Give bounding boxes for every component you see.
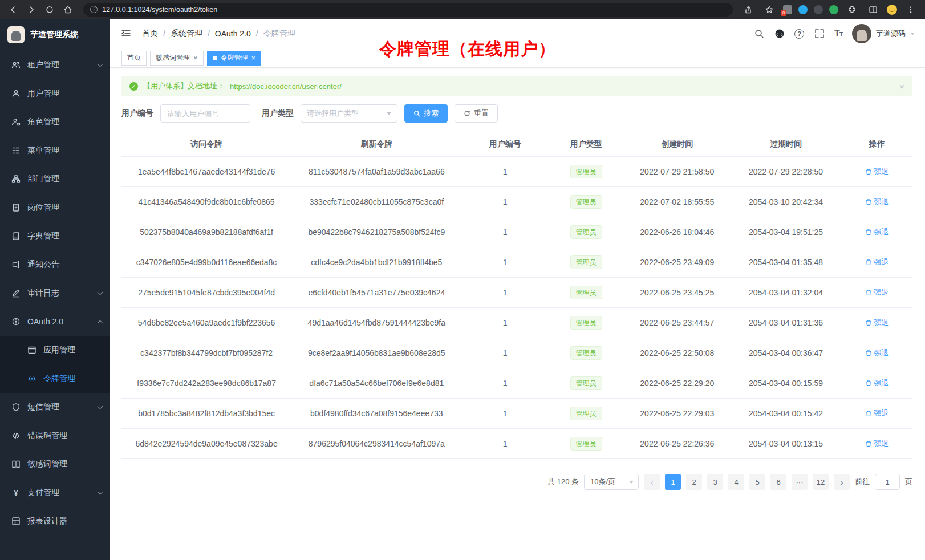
user-id-cell: 1	[461, 338, 549, 368]
sidebar-item-oauth[interactable]: OAuth 2.0	[0, 307, 110, 336]
sidebar-toggle-icon[interactable]	[120, 27, 133, 40]
chevron-down-icon	[387, 112, 391, 115]
page-button-1[interactable]: 1	[665, 474, 681, 490]
force-logout-label: 强退	[874, 318, 889, 328]
sidebar-item-notice[interactable]: 通知公告	[0, 250, 110, 279]
force-logout-label: 强退	[874, 287, 889, 298]
doc-link[interactable]: https://doc.iocoder.cn/user-center/	[230, 82, 342, 91]
close-icon[interactable]: ×	[899, 82, 904, 91]
reload-icon[interactable]	[42, 2, 57, 17]
tab-home[interactable]: 首页	[121, 51, 147, 66]
github-icon[interactable]	[774, 29, 785, 39]
page-ellipsis[interactable]: ···	[792, 474, 808, 490]
site-info-icon[interactable]: i	[90, 6, 98, 13]
browser-profile-avatar[interactable]	[887, 5, 897, 15]
tab-token[interactable]: 令牌管理 ×	[207, 51, 262, 66]
reset-button[interactable]: 重置	[455, 104, 498, 123]
app-logo[interactable]: 芋道管理系统	[0, 19, 110, 51]
sidebar-item-menu[interactable]: 菜单管理	[0, 136, 110, 165]
trash-icon	[865, 289, 872, 296]
tenant-icon	[11, 60, 21, 70]
page-content: ✓ 【用户体系】文档地址： https://doc.iocoder.cn/use…	[110, 68, 925, 560]
force-logout-button[interactable]: 强退	[865, 197, 889, 207]
prev-page-button[interactable]: ‹	[644, 474, 660, 490]
trash-icon	[865, 350, 872, 356]
sidebar-item-dict[interactable]: 字典管理	[0, 222, 110, 250]
page-size-select[interactable]: 10条/页	[584, 474, 639, 490]
breadcrumb-item[interactable]: 系统管理	[171, 29, 202, 39]
extension-icon-green[interactable]	[829, 5, 838, 14]
sidebar-item-tenant[interactable]: 租户管理	[0, 51, 110, 79]
force-logout-button[interactable]: 强退	[865, 227, 889, 237]
force-logout-button[interactable]: 强退	[865, 287, 889, 298]
sidebar-item-sms[interactable]: 短信管理	[0, 393, 110, 421]
page-button-4[interactable]: 4	[728, 474, 744, 490]
sidebar-item-dept[interactable]: 部门管理	[0, 165, 110, 193]
extension-icon-blue[interactable]	[798, 5, 808, 14]
page-button-3[interactable]: 3	[707, 474, 723, 490]
force-logout-button[interactable]: 强退	[865, 318, 889, 328]
user-menu[interactable]: 芋道源码	[852, 24, 915, 43]
page-button-6[interactable]: 6	[770, 474, 786, 490]
sidebar-item-pay[interactable]: ¥ 支付管理	[0, 478, 110, 507]
help-icon[interactable]: ?	[794, 29, 804, 39]
sidebar-item-role[interactable]: 角色管理	[0, 108, 110, 136]
close-icon[interactable]: ×	[193, 54, 198, 62]
force-logout-button[interactable]: 强退	[865, 408, 889, 419]
page-button-5[interactable]: 5	[749, 474, 765, 490]
access-token-cell: 41c41346a548490f9dc8b01c6bfe0865	[121, 187, 291, 217]
sidebar-item-audit-log[interactable]: 审计日志	[0, 279, 110, 307]
user-type-cell: 管理员	[549, 368, 624, 399]
bookmark-star-icon[interactable]	[762, 2, 777, 17]
sidebar-item-post[interactable]: 岗位管理	[0, 193, 110, 222]
tab-sensitive-words[interactable]: 敏感词管理 ×	[150, 51, 204, 66]
access-token-cell: b0d1785bc3a8482f812db4a3f3bd15ec	[121, 399, 291, 429]
sidebar-item-error-code[interactable]: 错误码管理	[0, 421, 110, 450]
sidebar-item-sensitive-word[interactable]: 敏感词管理	[0, 450, 110, 478]
extension-icon-badged[interactable]: 0	[783, 5, 792, 14]
next-page-button[interactable]: ›	[834, 474, 850, 490]
breadcrumb-separator: /	[256, 29, 258, 38]
force-logout-button[interactable]: 强退	[865, 348, 889, 358]
sidebar-item-user[interactable]: 用户管理	[0, 79, 110, 108]
home-icon[interactable]	[60, 2, 75, 17]
user-type-select[interactable]: 请选择用户类型	[301, 104, 397, 123]
force-logout-button[interactable]: 强退	[865, 257, 889, 267]
extension-badge: 0	[781, 10, 786, 16]
force-logout-button[interactable]: 强退	[865, 439, 889, 449]
close-icon[interactable]: ×	[251, 54, 256, 62]
created-time-cell: 2022-06-25 23:49:09	[624, 247, 731, 278]
refresh-token-cell: cdfc4ce9c2da4bb1bdf21b9918ff4be5	[291, 247, 461, 278]
page-button-12[interactable]: 12	[813, 474, 829, 490]
search-icon[interactable]	[753, 29, 764, 39]
forward-icon[interactable]	[24, 2, 39, 17]
goto-page-input[interactable]	[875, 474, 900, 490]
sidebar-item-report-designer[interactable]: 报表设计器	[0, 507, 110, 535]
force-logout-button[interactable]: 强退	[865, 378, 889, 388]
trash-icon	[865, 440, 872, 447]
breadcrumb-item[interactable]: OAuth 2.0	[215, 29, 251, 38]
sidebar-item-oauth-app[interactable]: 应用管理	[0, 336, 110, 364]
url-bar[interactable]: i 127.0.0.1:1024/system/oauth2/token	[83, 3, 733, 17]
tab-label: 令牌管理	[221, 53, 248, 63]
created-time-cell: 2022-06-25 22:29:03	[624, 399, 731, 429]
breadcrumb-item[interactable]: 首页	[142, 29, 158, 39]
breadcrumb-separator: /	[208, 29, 210, 38]
force-logout-button[interactable]: 强退	[865, 167, 889, 177]
extension-icon-dark[interactable]	[814, 5, 823, 14]
share-icon[interactable]	[741, 2, 756, 17]
user-id-input[interactable]	[160, 104, 250, 123]
split-view-icon[interactable]	[866, 2, 881, 17]
browser-menu-icon[interactable]	[903, 2, 918, 17]
sidebar-item-oauth-token[interactable]: 令牌管理	[0, 364, 110, 393]
refresh-token-cell: dfa6c71a50a54c66bef706ef9e6e8d81	[291, 368, 461, 399]
fullscreen-icon[interactable]	[814, 29, 825, 39]
token-table: 访问令牌 刷新令牌 用户编号 用户类型 创建时间 过期时间 操作 1ea5e44…	[121, 132, 912, 459]
extensions-puzzle-icon[interactable]	[845, 2, 859, 17]
page-button-2[interactable]: 2	[686, 474, 702, 490]
back-icon[interactable]	[6, 2, 21, 17]
font-size-icon[interactable]: TT	[834, 29, 842, 39]
action-cell: 强退	[841, 429, 912, 459]
search-button[interactable]: 搜索	[404, 104, 448, 123]
logo-image	[7, 26, 25, 43]
